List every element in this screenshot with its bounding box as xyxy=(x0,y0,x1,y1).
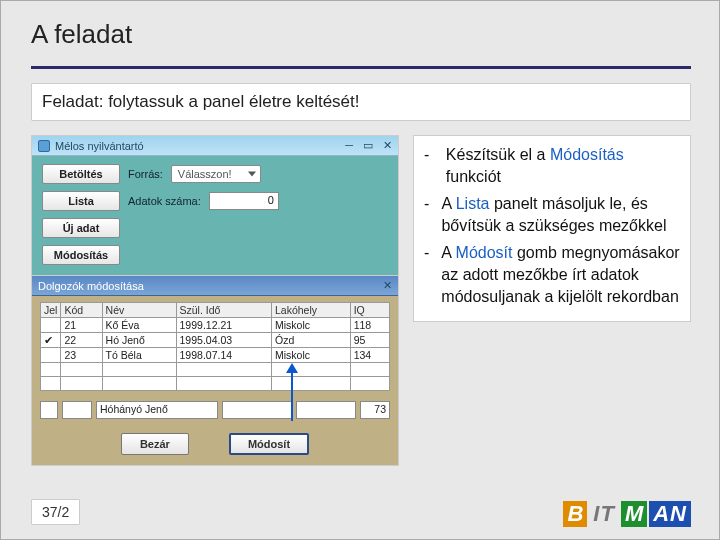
col-nev: Név xyxy=(102,303,176,318)
description-box: - Készítsük el a Módosítás funkciót - A … xyxy=(413,135,691,322)
table-row[interactable]: 23 Tó Béla 1998.07.14 Miskolc 134 xyxy=(41,348,390,363)
new-button[interactable]: Új adat xyxy=(42,218,120,238)
col-iq: IQ xyxy=(350,303,389,318)
table-row[interactable]: 21 Kő Éva 1999.12.21 Miskolc 118 xyxy=(41,318,390,333)
edit-jel[interactable] xyxy=(40,401,58,419)
subtitle-box: Feladat: folytassuk a panel életre kelté… xyxy=(31,83,691,121)
app-mock: Mélos nyilvántartó ─ ▭ ✕ Betöltés Forrás… xyxy=(31,135,399,466)
maximize-icon[interactable]: ▭ xyxy=(363,139,373,152)
close-icon[interactable]: ✕ xyxy=(383,279,392,292)
data-table[interactable]: Jel Kód Név Szül. Idő Lakóhely IQ 21 Kő xyxy=(40,302,390,391)
apply-modify-button[interactable]: Módosít xyxy=(229,433,309,455)
close-button[interactable]: Bezár xyxy=(121,433,189,455)
table-row[interactable]: ✔ 22 Hó Jenő 1995.04.03 Ózd 95 xyxy=(41,333,390,348)
minimize-icon[interactable]: ─ xyxy=(345,139,353,152)
edit-row: Hóhányó Jenő 73 xyxy=(40,401,390,419)
app-icon xyxy=(38,140,50,152)
logo-b: B xyxy=(563,501,587,527)
top-window-caption: Mélos nyilvántartó xyxy=(55,140,144,152)
count-label: Adatok száma: xyxy=(128,195,201,207)
col-jel: Jel xyxy=(41,303,61,318)
load-button[interactable]: Betöltés xyxy=(42,164,120,184)
brand-logo: B IT M AN xyxy=(563,501,691,527)
top-window: Mélos nyilvántartó ─ ▭ ✕ Betöltés Forrás… xyxy=(32,136,398,276)
edit-lak[interactable] xyxy=(296,401,356,419)
source-combo[interactable]: Válasszon! xyxy=(171,165,261,183)
title-rule xyxy=(31,66,691,69)
top-window-titlebar: Mélos nyilvántartó ─ ▭ ✕ xyxy=(32,136,398,156)
logo-an: AN xyxy=(649,501,691,527)
edit-iq[interactable]: 73 xyxy=(360,401,390,419)
slide-title: A feladat xyxy=(31,19,691,50)
edit-nev[interactable]: Hóhányó Jenő xyxy=(96,401,218,419)
list-button[interactable]: Lista xyxy=(42,191,120,211)
table-row xyxy=(41,363,390,377)
slide-title-area: A feladat xyxy=(1,1,720,56)
close-icon[interactable]: ✕ xyxy=(383,139,392,152)
page-number: 37/2 xyxy=(31,499,80,525)
edit-kod[interactable] xyxy=(62,401,92,419)
edit-szul[interactable] xyxy=(222,401,292,419)
col-lak: Lakóhely xyxy=(272,303,351,318)
modify-window-caption: Dolgozók módosítása xyxy=(38,280,144,292)
col-kod: Kód xyxy=(61,303,102,318)
logo-m: M xyxy=(621,501,647,527)
modify-window: Dolgozók módosítása ✕ Jel Kód Név Szül. … xyxy=(32,276,398,465)
list-item: - A Lista panelt másoljuk le, és bővítsü… xyxy=(424,193,680,236)
logo-it: IT xyxy=(589,501,619,527)
list-item: - Készítsük el a Módosítás funkciót xyxy=(424,144,680,187)
col-szul: Szül. Idő xyxy=(176,303,271,318)
list-item: - A Módosít gomb megnyo­másakor az adott… xyxy=(424,242,680,307)
count-value: 0 xyxy=(209,192,279,210)
table-row xyxy=(41,377,390,391)
arrow-annotation xyxy=(291,371,293,421)
modify-button[interactable]: Módosítás xyxy=(42,245,120,265)
source-label: Forrás: xyxy=(128,168,163,180)
modify-window-titlebar: Dolgozók módosítása ✕ xyxy=(32,276,398,296)
